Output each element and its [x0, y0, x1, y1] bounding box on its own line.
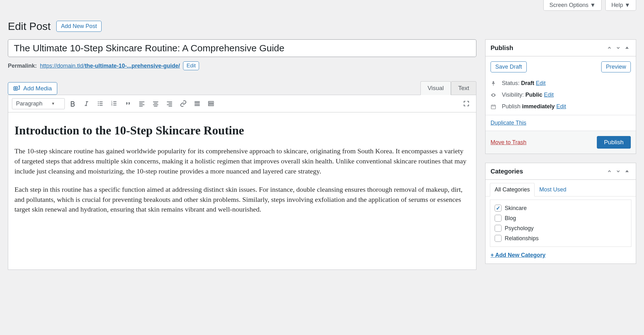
- schedule-label: Publish: [502, 103, 520, 110]
- link-button[interactable]: [177, 98, 189, 110]
- svg-rect-29: [195, 104, 200, 105]
- permalink-base: https://domain.tld/: [40, 63, 85, 69]
- categories-box-title: Categories: [491, 168, 523, 175]
- fullscreen-button[interactable]: [460, 98, 472, 110]
- category-label: Blog: [505, 215, 516, 222]
- caret-down-icon: ▼: [590, 2, 596, 8]
- add-new-category-link[interactable]: + Add New Category: [491, 252, 546, 258]
- calendar-icon: [491, 104, 497, 110]
- align-right-button[interactable]: [164, 98, 175, 110]
- tab-most-used[interactable]: Most Used: [535, 183, 571, 196]
- collapse-up-icon[interactable]: [623, 44, 631, 52]
- screen-options-tab[interactable]: Screen Options ▼: [543, 0, 602, 11]
- editor-content-area[interactable]: Introduction to the 10-Step Skincare Rou…: [8, 112, 476, 270]
- bullet-list-button[interactable]: [94, 98, 106, 110]
- page-title: Edit Post: [8, 20, 51, 32]
- svg-point-5: [98, 103, 99, 104]
- tab-visual[interactable]: Visual: [420, 81, 451, 95]
- svg-rect-6: [99, 103, 103, 104]
- schedule-value: immediately: [522, 103, 555, 110]
- checkbox-icon[interactable]: [495, 235, 502, 242]
- pin-icon: [491, 81, 497, 86]
- svg-rect-14: [113, 105, 116, 105]
- permalink-slug: the-ultimate-10-...prehensive-guide/: [85, 63, 180, 69]
- align-center-button[interactable]: [150, 98, 162, 110]
- checkbox-icon[interactable]: [495, 225, 502, 232]
- svg-rect-4: [99, 102, 103, 102]
- svg-rect-23: [167, 102, 172, 102]
- svg-rect-31: [195, 103, 200, 104]
- italic-button[interactable]: [80, 98, 92, 110]
- duplicate-link[interactable]: Duplicate This: [491, 120, 526, 126]
- svg-rect-10: [113, 101, 116, 102]
- caret-down-icon: ▼: [51, 101, 55, 106]
- svg-rect-21: [153, 105, 158, 105]
- move-to-trash-link[interactable]: Move to Trash: [491, 139, 526, 146]
- add-media-label: Add Media: [23, 85, 52, 92]
- svg-rect-28: [195, 102, 200, 103]
- edit-visibility-link[interactable]: Edit: [544, 92, 554, 98]
- category-item[interactable]: Blog: [493, 213, 628, 223]
- preview-button[interactable]: Preview: [601, 61, 631, 72]
- bold-button[interactable]: [67, 98, 79, 110]
- permalink-link[interactable]: https://domain.tld/the-ultimate-10-...pr…: [40, 63, 180, 69]
- format-select-value: Paragraph: [16, 100, 42, 107]
- svg-rect-34: [210, 102, 211, 103]
- publish-postbox: Publish Save Draft Preview Status: Draft…: [485, 39, 636, 154]
- eye-icon: [491, 92, 497, 98]
- svg-point-3: [98, 101, 99, 102]
- move-down-icon[interactable]: [614, 168, 622, 175]
- svg-rect-19: [153, 102, 158, 102]
- collapse-up-icon[interactable]: [623, 168, 631, 175]
- tab-all-categories[interactable]: All Categories: [490, 183, 535, 196]
- edit-schedule-link[interactable]: Edit: [556, 103, 566, 110]
- edit-status-link[interactable]: Edit: [536, 80, 546, 86]
- move-up-icon[interactable]: [606, 44, 613, 52]
- move-up-icon[interactable]: [606, 168, 613, 175]
- numbered-list-button[interactable]: 123: [108, 98, 120, 110]
- tab-text[interactable]: Text: [451, 81, 476, 95]
- content-paragraph: The 10-step skincare routine has gained …: [14, 146, 470, 176]
- format-select[interactable]: Paragraph ▼: [12, 98, 65, 109]
- read-more-button[interactable]: [191, 98, 203, 110]
- svg-rect-22: [154, 106, 157, 106]
- toolbar-toggle-button[interactable]: [205, 98, 217, 110]
- move-down-icon[interactable]: [614, 44, 622, 52]
- svg-rect-38: [210, 105, 211, 105]
- svg-point-7: [98, 105, 99, 106]
- svg-rect-15: [139, 102, 145, 102]
- help-label: Help: [611, 2, 623, 8]
- add-media-button[interactable]: Add Media: [8, 82, 57, 95]
- svg-rect-27: [195, 101, 200, 102]
- svg-rect-8: [99, 105, 103, 106]
- category-item[interactable]: Skincare: [493, 203, 628, 213]
- category-item[interactable]: Relationships: [493, 233, 628, 243]
- svg-rect-17: [139, 105, 145, 105]
- blockquote-button[interactable]: [122, 98, 134, 110]
- publish-box-title: Publish: [491, 44, 513, 52]
- category-label: Relationships: [505, 235, 539, 242]
- svg-rect-24: [169, 103, 172, 104]
- visibility-value: Public: [525, 92, 542, 98]
- category-item[interactable]: Psychology: [493, 223, 628, 233]
- svg-rect-20: [154, 103, 157, 104]
- post-title-input[interactable]: [8, 39, 476, 57]
- checkbox-icon[interactable]: [495, 215, 502, 222]
- add-new-post-button[interactable]: Add New Post: [56, 21, 102, 32]
- help-tab[interactable]: Help ▼: [605, 0, 636, 11]
- checkbox-checked-icon[interactable]: [495, 205, 502, 212]
- content-heading: Introduction to the 10-Step Skincare Rou…: [14, 123, 470, 137]
- camera-music-icon: [13, 85, 20, 92]
- svg-rect-35: [212, 102, 213, 103]
- svg-rect-12: [113, 103, 116, 104]
- align-left-button[interactable]: [136, 98, 148, 110]
- caret-down-icon: ▼: [625, 2, 630, 8]
- svg-rect-37: [209, 105, 210, 105]
- svg-rect-40: [491, 105, 496, 109]
- edit-permalink-button[interactable]: Edit: [183, 61, 199, 70]
- publish-button[interactable]: Publish: [597, 136, 631, 149]
- svg-rect-39: [212, 105, 213, 105]
- svg-rect-33: [209, 102, 210, 103]
- content-paragraph: Each step in this routine has a specific…: [14, 185, 470, 215]
- save-draft-button[interactable]: Save Draft: [491, 61, 527, 72]
